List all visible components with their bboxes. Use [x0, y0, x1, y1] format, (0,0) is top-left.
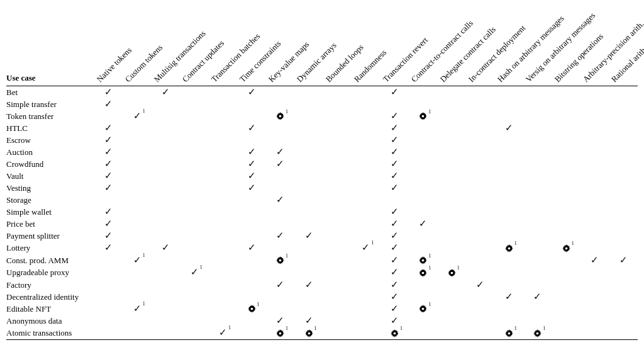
cell	[323, 195, 352, 207]
cell	[580, 86, 609, 99]
cell	[552, 230, 580, 242]
cell	[552, 195, 580, 207]
cell	[209, 98, 237, 110]
check-icon: ✓	[391, 267, 399, 277]
cell: ✓	[94, 171, 123, 183]
check-icon: ✓	[619, 255, 628, 265]
cell	[123, 279, 151, 291]
cell	[466, 147, 494, 159]
cell	[152, 171, 180, 183]
cell	[409, 86, 437, 99]
cell	[237, 327, 265, 340]
check-icon: ✓	[104, 230, 113, 241]
check-icon: ✓	[476, 280, 484, 290]
svg-point-14	[536, 332, 539, 334]
cell	[552, 207, 580, 218]
cell	[94, 327, 123, 340]
cell: ✓	[523, 291, 552, 303]
cell	[152, 159, 180, 171]
cell	[152, 147, 180, 159]
cell	[609, 327, 638, 340]
cell	[352, 254, 380, 267]
cell: ✓	[380, 159, 409, 171]
check-icon: ✓	[391, 123, 399, 133]
cell	[352, 303, 380, 315]
row-label: HTLC	[6, 123, 94, 135]
cell	[94, 195, 123, 207]
cell	[438, 86, 466, 99]
cell: ✓	[294, 230, 323, 242]
cell	[380, 195, 409, 207]
gear-icon	[419, 305, 427, 314]
cell	[495, 195, 523, 207]
cell	[180, 291, 208, 303]
cell	[123, 195, 151, 207]
cell	[152, 230, 180, 242]
check-icon: ✓	[391, 135, 399, 145]
cell	[409, 183, 437, 195]
table-row: Atomic transactions✓111111	[6, 327, 638, 340]
gear-icon	[391, 329, 399, 339]
row-label: Storage	[6, 195, 94, 207]
cell	[438, 207, 466, 218]
check-icon: ✓	[133, 255, 142, 265]
cell: ✓	[266, 159, 294, 171]
cell	[438, 98, 466, 110]
cell	[237, 218, 265, 230]
cell: ✓	[237, 242, 265, 255]
cell	[180, 207, 208, 218]
cell	[180, 303, 208, 315]
svg-point-10	[279, 332, 282, 334]
row-label: Upgradeable proxy	[6, 267, 94, 280]
cell	[294, 110, 323, 123]
cell	[94, 291, 123, 303]
cell	[438, 303, 466, 315]
row-label: Crowdfund	[6, 159, 94, 171]
cell	[409, 207, 437, 218]
cell	[352, 315, 380, 327]
cell	[609, 171, 638, 183]
cell: ✓	[580, 254, 609, 267]
cell	[495, 303, 523, 315]
cell	[152, 207, 180, 218]
cell: 1	[237, 303, 265, 315]
cell	[523, 183, 552, 195]
cell: 1	[409, 267, 437, 280]
cell	[323, 327, 352, 340]
cell	[466, 110, 494, 123]
svg-point-5	[422, 259, 425, 262]
cell	[552, 303, 580, 315]
cell	[294, 147, 323, 159]
cell	[523, 123, 552, 135]
superscript: 1	[371, 241, 374, 246]
cell	[94, 279, 123, 291]
cell	[180, 123, 208, 135]
table-row: Price bet✓✓✓	[6, 218, 638, 230]
cell	[266, 183, 294, 195]
cell: ✓	[380, 230, 409, 242]
cell: ✓	[380, 315, 409, 327]
cell: ✓	[266, 279, 294, 291]
cell	[409, 147, 437, 159]
cell	[323, 135, 352, 147]
cell	[237, 267, 265, 280]
check-icon: ✓	[391, 171, 399, 181]
cell	[266, 98, 294, 110]
cell	[552, 123, 580, 135]
cell	[209, 86, 237, 99]
cell: ✓	[237, 159, 265, 171]
check-icon: ✓	[104, 242, 113, 252]
cell: ✓1	[123, 110, 151, 123]
cell	[123, 291, 151, 303]
cell	[523, 242, 552, 255]
cell: ✓	[266, 230, 294, 242]
check-icon: ✓	[276, 147, 284, 157]
cell: 1	[495, 327, 523, 340]
cell	[123, 159, 151, 171]
svg-point-7	[450, 271, 453, 274]
cell	[123, 123, 151, 135]
check-icon: ✓	[276, 159, 284, 169]
superscript: 1	[400, 326, 402, 331]
cell	[609, 86, 638, 99]
cell: ✓	[94, 183, 123, 195]
